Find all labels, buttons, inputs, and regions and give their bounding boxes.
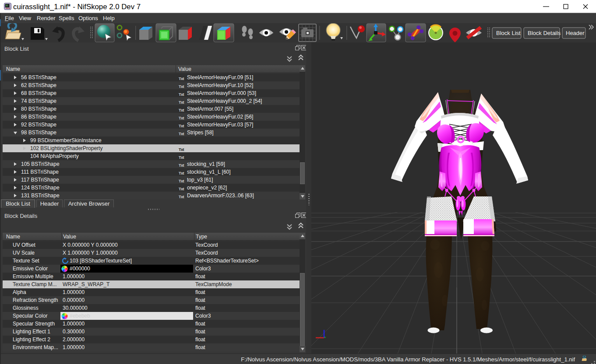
svg-text:Block Details: Block Details xyxy=(528,30,561,36)
svg-text:Block List: Block List xyxy=(496,30,521,36)
svg-text:Header: Header xyxy=(566,30,585,36)
